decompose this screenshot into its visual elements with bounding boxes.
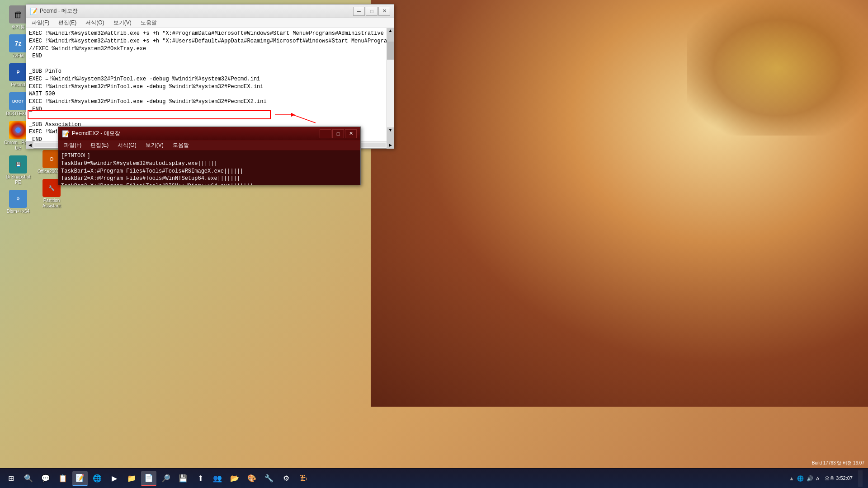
pecmdex2-menu-file[interactable]: 파일(F) (60, 141, 85, 150)
pecmdex2-close-button[interactable]: ✕ (345, 129, 357, 138)
pecmdex2-title: PecmdEX2 - 메모장 (72, 130, 320, 137)
taskbar-users-button[interactable]: 👥 (210, 471, 225, 486)
show-desktop-button[interactable] (858, 470, 863, 487)
taskbar-gear-button[interactable]: ⚙ (278, 471, 294, 486)
tray-icons: ▲ 🌐 🔊 A (789, 475, 819, 482)
pecmd-close-button[interactable]: ✕ (378, 7, 390, 16)
pecmd-content-area: EXEC !%windir%#system32#attrib.exe +s +h… (26, 28, 394, 141)
recycle-icon: 🗑 (9, 5, 27, 23)
taskbar-folder2-button[interactable]: 📂 (227, 471, 242, 486)
taskbar-cortana-button[interactable]: 💬 (38, 471, 53, 486)
taskbar-notepad-button[interactable]: 📝 (72, 471, 88, 486)
pecmdex2-menu-edit[interactable]: 편집(E) (87, 141, 112, 150)
dismx64-label: Dism++x64 (7, 209, 30, 214)
language-indicator[interactable]: A (816, 476, 819, 481)
system-tray: ▲ 🌐 🔊 A 오후 3:52:07 (789, 470, 866, 487)
wallpaper (371, 0, 868, 407)
taskbar-search2-button[interactable]: 🔎 (158, 471, 174, 486)
desktop-icon-disksnap[interactable]: 💾 Di Snapshot PE (2, 154, 34, 187)
pecmd-menu-format[interactable]: 서식(O) (82, 18, 108, 28)
taskbar-upload-button[interactable]: ⬆ (193, 471, 208, 486)
pecmdex2-menu-format[interactable]: 서식(O) (114, 141, 140, 150)
pecmd-text-content: EXEC !%windir%#system32#attrib.exe +s +h… (26, 28, 394, 141)
build-info: Build 17763 알 버전 16.07 (812, 460, 864, 466)
taskbar: ⊞ 🔍 💬 📋 📝 🌐 ▶ 📁 📄 (0, 468, 868, 488)
taskbar-taskview-button[interactable]: 📋 (55, 471, 71, 486)
clock-time: 오후 3:52:07 (825, 475, 853, 482)
pecmd-titlebar[interactable]: 📝 Pecmd - 메모장 ─ □ ✕ (26, 5, 394, 18)
taskbar-files-button[interactable]: 📁 (124, 471, 139, 486)
partition-label: Partition Assistant (37, 198, 66, 209)
pecmd-menu-file[interactable]: 파일(F) (28, 18, 53, 28)
taskbar-media-button[interactable]: ▶ (107, 471, 122, 486)
taskbar-search-button[interactable]: 🔍 (21, 471, 36, 486)
system-clock[interactable]: 오후 3:52:07 (821, 475, 856, 482)
pecmdex2-menubar: 파일(F) 편집(E) 서식(O) 보기(V) 도움말 (58, 141, 360, 150)
start-button[interactable]: ⊞ (2, 470, 20, 487)
desktop-icon-dismx64[interactable]: ⚙ Dism++x64 (2, 188, 34, 216)
dismx64-icon: ⚙ (9, 190, 27, 208)
pecmd-scrollbar[interactable]: ▲ ▼ (387, 28, 394, 141)
7zfm-icon: 7z (9, 34, 27, 52)
pecmdex2-content-area: [PINTOOL] TaskBar0=%windir%#system32#aut… (58, 150, 360, 185)
pecmdex2-minimize-button[interactable]: ─ (320, 129, 331, 138)
pecmdex2-window: 📝 PecmdEX2 - 메모장 ─ □ ✕ 파일(F) 편집(E) 서식(O)… (58, 127, 361, 185)
disksnap-label: Di Snapshot PE (4, 174, 33, 185)
taskbar-active-task-button[interactable]: 📄 (141, 471, 156, 486)
pecmdex2-window-controls: ─ □ ✕ (320, 129, 357, 138)
pecmd-menu-edit[interactable]: 편집(E) (55, 18, 80, 28)
pecmdex2-maximize-button[interactable]: □ (332, 129, 344, 138)
7zfm-label: 7zFM (13, 53, 24, 59)
pecmd-menubar: 파일(F) 편집(E) 서식(O) 보기(V) 도움말 (26, 18, 394, 28)
taskbar-zip-button[interactable]: 🗜 (296, 471, 311, 486)
pecmd-window-controls: ─ □ ✕ (353, 7, 390, 16)
pecmd-menu-view[interactable]: 보기(V) (110, 18, 135, 28)
recycle-label: 휴지통 (11, 24, 25, 30)
tray-icon-1[interactable]: ▲ (789, 475, 794, 482)
desktop: 🗑 휴지통 7z 7zFM P Pecmd BOOT BOOTEX64 (0, 0, 868, 488)
pecmd-title: Pecmd - 메모장 (40, 7, 353, 15)
pecmdex2-text-content: [PINTOOL] TaskBar0=%windir%#system32#aut… (58, 150, 360, 185)
notepad-app-icon: 📝 (30, 8, 37, 15)
bootex64-icon: BOOT (9, 92, 27, 110)
pecmd-menu-help[interactable]: 도움말 (137, 18, 160, 28)
pecmdex2-menu-view[interactable]: 보기(V) (142, 141, 167, 150)
taskbar-color-button[interactable]: 🎨 (244, 471, 259, 486)
disksnap-icon: 💾 (9, 155, 27, 174)
taskbar-tools-button[interactable]: 🔧 (261, 471, 277, 486)
pecmd-minimize-button[interactable]: ─ (353, 7, 365, 16)
volume-icon[interactable]: 🔊 (807, 475, 813, 482)
pecmd-label: Pecmd (11, 82, 25, 88)
pecmdex2-titlebar[interactable]: 📝 PecmdEX2 - 메모장 ─ □ ✕ (58, 127, 360, 141)
network-icon[interactable]: 🌐 (797, 475, 804, 482)
pecmd-maximize-button[interactable]: □ (366, 7, 377, 16)
pecmdex2-app-icon: 📝 (62, 130, 69, 137)
pecmdex2-menu-help[interactable]: 도움말 (169, 141, 193, 150)
taskbar-save-button[interactable]: 💾 (175, 471, 191, 486)
taskbar-ie-button[interactable]: 🌐 (90, 471, 105, 486)
chrome-icon (9, 121, 27, 139)
pecmd-icon: P (9, 63, 27, 81)
